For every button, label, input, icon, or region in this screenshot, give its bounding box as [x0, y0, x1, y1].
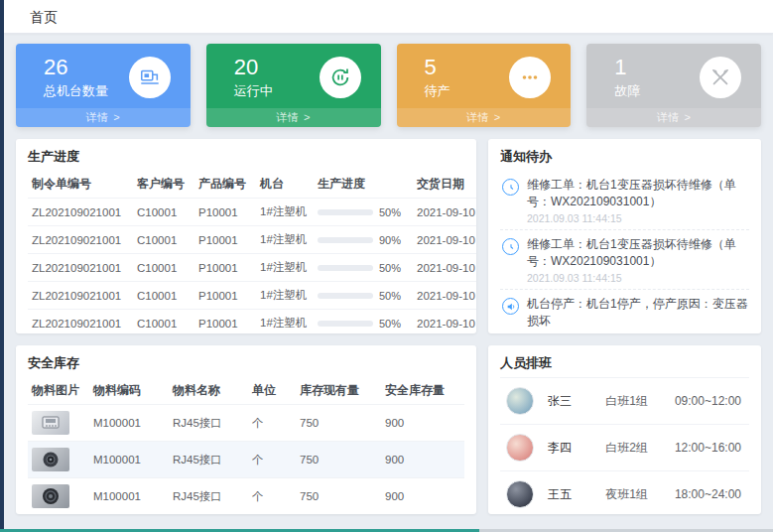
staff-row: 王五 夜班1组 18:00~24:00 [500, 470, 749, 514]
progress-track [318, 209, 373, 215]
cell-date: 2021-09-10 [413, 254, 476, 282]
cell-customer: C10001 [133, 310, 194, 334]
notice-text: 维修工单：机台1变压器损坏待维修（单号：WX202109031001） [527, 236, 749, 270]
cell-unit: 个 [248, 442, 296, 478]
cell-qty: 750 [296, 442, 381, 478]
column-header: 制令单编号 [28, 171, 133, 199]
cell-customer: C10001 [133, 282, 194, 310]
cell-customer: C10001 [133, 254, 194, 282]
cell-material-image [28, 478, 89, 515]
cell-machine: 1#注塑机 [256, 226, 314, 254]
detail-link[interactable]: 详情 > [16, 108, 191, 127]
progress-track [318, 293, 373, 299]
running-icon [320, 57, 361, 98]
stat-card-total-machines[interactable]: 26 总机台数量 详情 > [16, 44, 191, 127]
cell-product: P10001 [194, 254, 256, 282]
stat-card-fault[interactable]: 1 故障 详情 > [586, 44, 761, 127]
cell-date: 2021-09-10 [413, 199, 476, 226]
staff-shift: 夜班1组 [605, 486, 675, 503]
stock-table: 物料图片 物料编码 物料名称 单位 库存现有量 安全库存量 [28, 377, 464, 514]
stat-value: 26 [44, 55, 108, 79]
cell-machine: 1#注塑机 [256, 310, 314, 334]
table-row: M100001 RJ45接口 个 750 900 [28, 442, 464, 478]
cell-material-code: M100001 [89, 478, 169, 515]
column-header: 物料名称 [169, 377, 248, 405]
stat-value: 1 [614, 55, 640, 79]
notice-body: 机台停产：机台1停产，停产原因：变压器损坏 [527, 296, 749, 330]
table-header-row: 制令单编号 客户编号 产品编号 机台 生产进度 交货日期 [28, 171, 476, 199]
progress-label: 50% [379, 318, 401, 330]
cell-product: P10001 [194, 199, 256, 226]
column-header: 单位 [248, 377, 296, 405]
notice-time: 2021.09.03 11:44:15 [527, 212, 749, 225]
table-row: ZL202109021001 C10001 P10001 1#注塑机 50% 2… [28, 310, 476, 334]
notice-body: 维修工单：机台1变压器损坏待维修（单号：WX202109031001） 2021… [527, 177, 749, 224]
stat-card-body: 1 故障 [586, 44, 761, 103]
cell-date: 2021-09-10 [413, 282, 476, 310]
notice-item[interactable]: 维修工单：机台1变压器损坏待维修（单号：WX202109031001） 2021… [500, 230, 749, 290]
table-row: ZL202109021001 C10001 P10001 1#注塑机 50% 2… [28, 254, 476, 282]
progress-track [318, 237, 373, 243]
progress-track [318, 265, 373, 271]
table-row: ZL202109021001 C10001 P10001 1#注塑机 50% 2… [28, 199, 476, 226]
stat-value: 5 [425, 55, 451, 79]
notice-text: 机台停产：机台1停产，停产原因：变压器损坏 [527, 296, 749, 330]
column-header: 产品编号 [194, 171, 256, 199]
cell-material-image [28, 442, 89, 478]
sidebar-edge [0, 0, 4, 532]
detail-link[interactable]: 详情 > [586, 108, 761, 127]
cell-material-name: RJ45接口 [169, 442, 248, 478]
staff-shift: 白班2组 [605, 440, 675, 457]
stat-card-running[interactable]: 20 运行中 详情 > [206, 44, 381, 127]
round-connector-photo [32, 448, 69, 471]
detail-link[interactable]: 详情 > [397, 108, 572, 127]
cell-progress: 90% [314, 226, 413, 254]
panel-grid: 生产进度 制令单编号 客户编号 产品编号 机台 生产进度 交货日期 [16, 139, 761, 514]
staff-name: 李四 [548, 440, 605, 457]
table-row: ZL202109021001 C10001 P10001 1#注塑机 50% 2… [28, 282, 476, 310]
tab-home[interactable]: 首页 [20, 0, 67, 34]
cell-material-code: M100001 [89, 442, 169, 478]
cell-date: 2021-09-10 [413, 226, 476, 254]
stat-label: 待产 [425, 82, 451, 100]
cell-machine: 1#注塑机 [256, 282, 314, 310]
notice-item[interactable]: 机台停产：机台1停产，停产原因：变压器损坏 [500, 290, 749, 333]
cell-safety: 900 [381, 478, 464, 515]
cell-safety: 900 [381, 405, 464, 442]
stat-card-text: 1 故障 [614, 55, 640, 100]
speaker-photo [32, 484, 69, 508]
cell-progress: 50% [314, 310, 413, 334]
staff-time: 18:00~24:00 [675, 487, 745, 501]
stat-card-text: 26 总机台数量 [44, 55, 108, 100]
panel-title: 通知待办 [500, 148, 749, 166]
cell-material-name: RJ45接口 [169, 405, 248, 442]
table-header-row: 物料图片 物料编码 物料名称 单位 库存现有量 安全库存量 [28, 377, 464, 405]
cell-date: 2021-09-10 [413, 310, 476, 334]
stat-label: 故障 [614, 82, 640, 100]
cell-progress: 50% [314, 199, 413, 226]
stat-card-waiting[interactable]: 5 待产 详情 > [397, 44, 572, 127]
more-dots-icon [509, 57, 551, 98]
stat-cards-row: 26 总机台数量 详情 > 20 [16, 44, 761, 127]
progress-label: 50% [379, 290, 401, 302]
cell-order: ZL202109021001 [28, 282, 133, 310]
cell-order: ZL202109021001 [28, 226, 133, 254]
stat-value: 20 [234, 55, 273, 79]
notice-item[interactable]: 维修工单：机台1变压器损坏待维修（单号：WX202109031001） 2021… [500, 171, 749, 230]
stat-label: 运行中 [234, 82, 273, 100]
panel-title: 生产进度 [28, 148, 464, 166]
column-header: 生产进度 [314, 171, 413, 199]
avatar [506, 387, 534, 415]
staff-name: 王五 [548, 486, 605, 503]
cell-order: ZL202109021001 [28, 254, 133, 282]
notice-time: 2021.09.03 11:44:15 [527, 272, 749, 285]
cell-machine: 1#注塑机 [256, 254, 314, 282]
column-header: 物料编码 [89, 377, 169, 405]
notice-text: 维修工单：机台1变压器损坏待维修（单号：WX202109031001） [527, 177, 749, 210]
staff-time: 09:00~12:00 [675, 394, 745, 408]
production-table: 制令单编号 客户编号 产品编号 机台 生产进度 交货日期 ZL202109021… [28, 171, 476, 333]
detail-link[interactable]: 详情 > [206, 108, 381, 127]
cell-product: P10001 [194, 282, 256, 310]
cell-customer: C10001 [133, 199, 194, 226]
panel-production-progress: 生产进度 制令单编号 客户编号 产品编号 机台 生产进度 交货日期 [16, 139, 476, 333]
